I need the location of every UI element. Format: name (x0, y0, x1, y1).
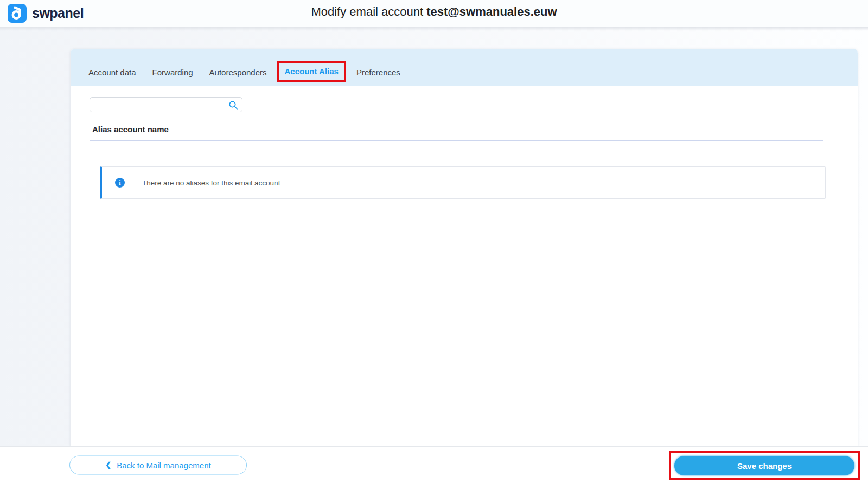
alias-search-input[interactable] (94, 98, 226, 111)
tab-account-data[interactable]: Account data (83, 63, 142, 81)
page-title-prefix: Modify email account (311, 5, 423, 18)
footer-action-bar: ❮ Back to Mail management Save changes (0, 446, 868, 483)
tab-forwarding[interactable]: Forwarding (147, 63, 199, 81)
alias-search-box (90, 97, 242, 112)
header-shadow-divider (0, 27, 868, 31)
workspace-background: Account data Forwarding Autoresponders A… (0, 27, 868, 446)
email-account-card: Account data Forwarding Autoresponders A… (71, 49, 858, 446)
alias-column-header: Alias account name (92, 125, 839, 134)
page-title-account: test@swmanuales.euw (426, 5, 557, 18)
annotation-highlight-account-alias: Account Alias (277, 61, 346, 82)
tab-autoresponders[interactable]: Autoresponders (204, 63, 272, 81)
column-header-divider (90, 140, 823, 141)
info-circle-icon: i (115, 178, 125, 188)
back-to-mail-management-button[interactable]: ❮ Back to Mail management (69, 455, 247, 474)
chevron-left-icon: ❮ (105, 461, 111, 469)
search-icon[interactable] (228, 100, 238, 110)
empty-state-infobox: i There are no aliases for this email ac… (100, 166, 826, 199)
back-button-label: Back to Mail management (117, 460, 210, 469)
tab-panel-account-alias: Alias account name i There are no aliase… (71, 86, 858, 199)
tab-account-alias[interactable]: Account Alias (285, 67, 339, 76)
save-changes-button[interactable]: Save changes (674, 456, 854, 475)
empty-state-message: There are no aliases for this email acco… (142, 179, 280, 187)
tab-bar: Account data Forwarding Autoresponders A… (71, 49, 858, 86)
tab-preferences[interactable]: Preferences (351, 63, 406, 81)
top-header-bar: swpanel Modify email account test@swmanu… (0, 0, 868, 27)
page-title: Modify email account test@swmanuales.euw (0, 5, 868, 19)
annotation-highlight-save-button: Save changes (669, 451, 860, 480)
